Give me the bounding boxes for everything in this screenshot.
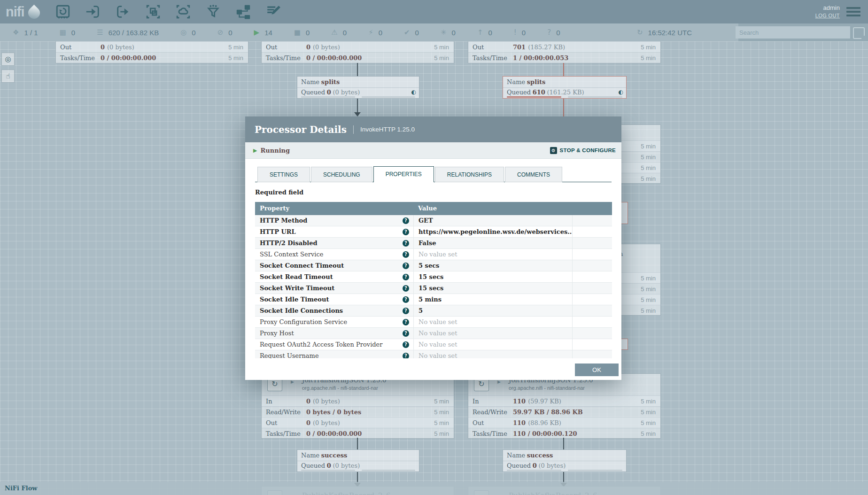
funnel-icon[interactable]: [205, 4, 221, 20]
load-balance-icon: ◐: [619, 88, 623, 97]
status-item-icon: ◎: [180, 28, 186, 37]
property-value: 5 mins: [413, 294, 573, 305]
nifi-logo: nifi: [6, 4, 40, 20]
property-name: Proxy Host ?: [255, 328, 413, 339]
status-item-value: 0: [488, 29, 492, 37]
help-icon[interactable]: ?: [403, 296, 409, 303]
status-item: ✳ 0: [441, 28, 456, 37]
column-value: Value: [413, 202, 573, 215]
property-name: Request Username ?: [255, 350, 413, 358]
property-name: HTTP URL ?: [255, 226, 413, 237]
stat-row: Tasks/Time0 / 00:00:00.0005 min: [262, 52, 454, 63]
connection-line[interactable]: [357, 438, 358, 449]
processor-top-middle[interactable]: Out0(0 bytes)5 minTasks/Time0 / 00:00:00…: [261, 41, 454, 63]
dialog-title: Processor Details: [255, 124, 347, 135]
stat-row: In110(59.97 KB)5 min: [468, 395, 660, 406]
property-value: 15 secs: [413, 283, 573, 294]
status-item-value: 0: [192, 29, 195, 37]
stop-and-configure-button[interactable]: ⚙ STOP & CONFIGURE: [550, 147, 616, 154]
load-balance-icon: ◐: [411, 88, 416, 97]
help-icon[interactable]: ?: [403, 251, 409, 258]
label-icon[interactable]: [265, 4, 281, 20]
required-field-note: Required field: [255, 189, 612, 196]
dialog-status-bar: ▶ Running ⚙ STOP & CONFIGURE: [245, 142, 621, 159]
refresh-status[interactable]: ↻ 16:52:42 UTC: [637, 23, 692, 41]
input-port-icon[interactable]: [85, 4, 101, 20]
refresh-icon[interactable]: ↻: [637, 28, 643, 37]
remote-process-group-icon[interactable]: [175, 4, 191, 20]
processor-icon[interactable]: [55, 4, 71, 20]
output-port-icon[interactable]: [115, 4, 131, 20]
help-icon[interactable]: ?: [403, 285, 409, 292]
help-icon[interactable]: ?: [403, 217, 409, 224]
property-row: SSL Context Service ? No value set: [255, 249, 612, 260]
connection-pressure-bars: [507, 96, 622, 98]
help-icon[interactable]: ?: [403, 263, 409, 269]
stat-row: Out0(0 bytes)5 min: [262, 417, 454, 428]
tab[interactable]: PROPERTIES: [373, 166, 434, 182]
status-item: ❖ 1 / 1: [13, 28, 38, 37]
pan-hand-button[interactable]: ☝: [1, 70, 15, 83]
stat-row: Tasks/Time1 / 00:00:00.0535 min: [468, 52, 660, 63]
help-icon[interactable]: ?: [403, 229, 409, 235]
status-item-icon: ✔: [404, 28, 410, 37]
connection-line[interactable]: [357, 63, 358, 76]
help-icon[interactable]: ?: [403, 308, 409, 314]
processor-jolt-left[interactable]: ↻ ▶ JoltTransformJSON 1.25.0 org.apache.…: [261, 373, 454, 439]
property-value: https://www.pegelonline.wsv.de/webservic…: [413, 226, 573, 237]
status-item-icon: ▦: [60, 28, 66, 37]
tab[interactable]: SCHEDULING: [311, 167, 372, 182]
property-row: Socket Read Timeout ? 15 secs: [255, 271, 612, 283]
stat-row: Out0(0 bytes)5 min: [262, 41, 454, 52]
dialog-subtitle: InvokeHTTP 1.25.0: [360, 126, 415, 133]
property-row: Proxy Host ? No value set: [255, 328, 612, 339]
property-row: HTTP/2 Disabled ? False: [255, 238, 612, 249]
bulletin-icon[interactable]: [853, 27, 865, 39]
processor-top-left[interactable]: Out0(0 bytes)5 minTasks/Time0 / 00:00:00…: [55, 41, 248, 63]
connection-label-success-left[interactable]: Name success Queued 0 (0 bytes): [297, 449, 419, 472]
status-item-icon: !: [514, 28, 517, 37]
help-icon[interactable]: ?: [403, 319, 409, 325]
ok-button[interactable]: OK: [575, 364, 619, 376]
status-item-icon: ■: [294, 28, 301, 37]
property-name: Socket Idle Connections ?: [255, 305, 413, 316]
breadcrumb[interactable]: NiFi Flow: [5, 485, 38, 492]
template-icon[interactable]: [235, 4, 251, 20]
tab[interactable]: SETTINGS: [257, 167, 310, 182]
connection-pressure-bars: [301, 96, 415, 98]
connection-label-splits-right[interactable]: Name splits Queued 610 (161.25 KB) ◐: [503, 76, 627, 99]
hand-icon: ☝: [6, 72, 10, 80]
status-item-icon: ⚡: [368, 28, 373, 37]
top-navbar: nifi admin LOG OUT: [0, 0, 868, 23]
connection-line[interactable]: [563, 438, 564, 449]
processor-top-right[interactable]: Out701(185.27 KB)5 minTasks/Time1 / 00:0…: [468, 41, 661, 63]
table-header: Property Value: [255, 202, 612, 215]
help-icon[interactable]: ?: [403, 330, 409, 337]
connection-line-red[interactable]: [563, 63, 564, 76]
help-icon[interactable]: ?: [403, 353, 409, 358]
tab[interactable]: COMMENTS: [505, 167, 562, 182]
property-name: Socket Connect Timeout ?: [255, 260, 413, 271]
help-icon[interactable]: ?: [403, 274, 409, 280]
stat-row: Out0(0 bytes)5 min: [56, 41, 248, 52]
tab[interactable]: RELATIONSHIPS: [435, 167, 504, 182]
processor-jolt-right[interactable]: ↻ ▶ JoltTransformJSON 1.25.0 org.apache.…: [468, 373, 661, 439]
property-row: Socket Idle Timeout ? 5 mins: [255, 294, 612, 305]
connection-label-success-right[interactable]: Name success Queued 0 (0 bytes): [503, 449, 627, 472]
property-row: Socket Idle Connections ? 5: [255, 305, 612, 317]
connection-line[interactable]: [357, 99, 358, 113]
birdseye-icon: ◎: [5, 55, 11, 63]
process-group-icon[interactable]: [145, 4, 161, 20]
global-menu-icon[interactable]: [846, 5, 860, 18]
property-value: No value set: [413, 350, 573, 358]
search-input[interactable]: [736, 26, 850, 39]
breadcrumb-bar: NiFi Flow: [0, 482, 868, 495]
property-name: HTTP Method ?: [255, 215, 413, 226]
birdseye-button[interactable]: ◎: [1, 53, 15, 66]
column-property: Property: [255, 202, 413, 215]
help-icon[interactable]: ?: [403, 341, 409, 348]
logout-link[interactable]: LOG OUT: [815, 12, 840, 19]
property-value: No value set: [413, 339, 573, 350]
help-icon[interactable]: ?: [403, 240, 409, 247]
connection-label-splits-left[interactable]: Name splits Queued 0 (0 bytes) ◐: [297, 76, 419, 99]
